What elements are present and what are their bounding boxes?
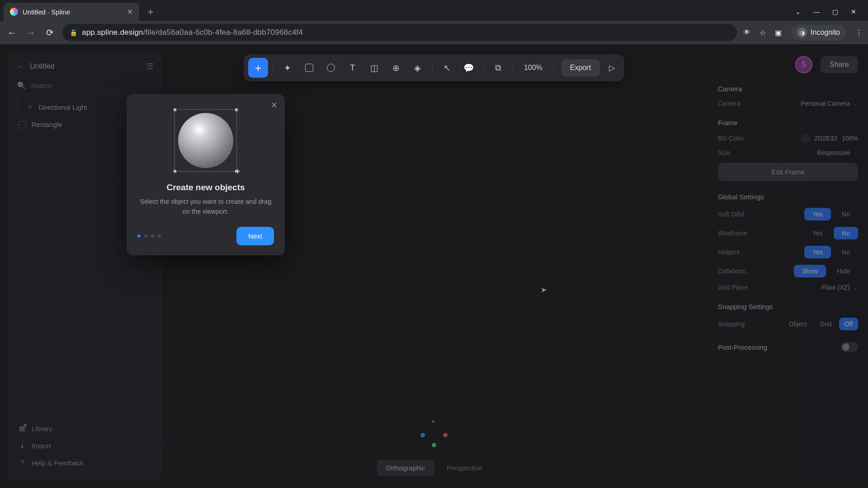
onboarding-popup: ✕ ＋ Create new objects Select the object… [127,94,285,255]
option-no[interactable]: No [834,246,858,258]
helpers-row: Helpers Yes No [718,246,858,258]
search-input[interactable] [31,82,153,89]
star-icon[interactable]: ☆ [760,28,766,37]
snapping-row: Snapping Object Grid Off [718,318,858,330]
add-object-button[interactable]: ＋ [248,58,268,78]
orthographic-option[interactable]: Orthographic [377,460,434,476]
option-show[interactable]: Show [794,265,826,277]
size-dropdown[interactable]: Responsive ⌄ [817,149,858,156]
section-title: Post-Processing [718,343,767,351]
option-off[interactable]: Off [839,318,858,330]
gizmo-axis-y [432,443,436,447]
hamburger-icon[interactable]: ☰ [146,61,154,71]
url-field[interactable]: 🔒 app.spline.design/file/da56a0aa-6c0b-4… [62,24,737,41]
snapping-section: Snapping Settings Snapping Object Grid O… [718,303,858,330]
maximize-icon[interactable]: ▢ [832,8,838,15]
edit-frame-button[interactable]: Edit Frame [718,163,858,181]
incognito-icon: ◑ [797,28,807,38]
address-bar-actions: 👁 ☆ ▣ ◑ Incognito ⋮ [743,25,863,40]
option-no[interactable]: No [834,227,858,239]
svg-line-3 [253,71,737,487]
minimize-icon[interactable]: ― [813,8,820,15]
zoom-level[interactable]: 100% [518,64,549,72]
soft-orbit-toggle: Yes No [804,208,858,221]
orientation-gizmo[interactable] [419,417,449,447]
option-object[interactable]: Object [783,318,812,330]
comment-tool[interactable]: 💬 [459,58,479,78]
collab-toggle: Show Hide [794,265,858,277]
option-yes[interactable]: Yes [804,246,831,258]
text-tool[interactable]: T [343,58,363,78]
gizmo-axis-x [443,433,448,437]
section-title: Camera [718,85,858,93]
grid-plane-dropdown[interactable]: Floor (XZ) ⌄ [821,284,858,291]
step-dot [158,235,161,238]
back-button[interactable]: ← [5,28,18,38]
step-dots [137,235,161,238]
option-no[interactable]: No [834,208,858,221]
global-settings-section: Global Settings Soft Orbit Yes No Wirefr… [718,193,858,291]
section-title: Snapping Settings [718,303,858,310]
sphere-tool[interactable]: ⊕ [386,58,406,78]
option-yes[interactable]: Yes [804,208,831,221]
close-icon[interactable]: ✕ [271,100,278,110]
export-button[interactable]: Export [561,59,600,76]
chevron-down-icon[interactable]: ⌄ [795,8,801,15]
cube-tool[interactable]: ◫ [364,58,384,78]
browser-tab[interactable]: Untitled · Spline ✕ [4,3,139,21]
document-title[interactable]: Untitled [30,62,54,70]
step-dot [144,235,147,238]
post-processing-switch[interactable] [841,342,858,352]
ellipse-tool[interactable] [321,58,341,78]
option-hide[interactable]: Hide [829,265,858,277]
rectangle-tool[interactable] [299,58,319,78]
app-root: ➤ Orthographic Perspective ← Untitled ☰ … [0,44,868,488]
main-toolbar: ＋ ✦ T ◫ ⊕ ◈ ↖ 💬 ⧉ 100% Export ▷ [244,54,624,81]
share-button[interactable]: Share [821,56,858,73]
pen-tool[interactable]: ✦ [278,58,297,78]
wireframe-row: Wireframe Yes No [718,227,858,239]
cursor-icon: ➤ [541,286,547,294]
tab-title: Untitled · Spline [23,8,123,16]
gizmo-axis-z [420,433,425,437]
camera-section: Camera Camera Personal Camera ⌄ [718,85,858,107]
snapping-toggle: Object Grid Off [783,318,858,330]
kebab-icon[interactable]: ⋮ [855,28,863,37]
eye-off-icon[interactable]: 👁 [743,28,750,37]
panel-icon[interactable]: ▣ [775,28,782,37]
frame-tool[interactable]: ⧉ [488,58,508,78]
separator [432,61,433,74]
post-processing-section: Post-Processing [718,342,858,352]
plus-cursor-icon: ＋ [233,165,242,177]
address-bar: ← → ⟳ 🔒 app.spline.design/file/da56a0aa-… [0,21,868,44]
reload-button[interactable]: ⟳ [43,27,56,38]
next-button[interactable]: Next [236,227,274,245]
new-tab-button[interactable]: ＋ [146,5,156,19]
tab-bar: Untitled · Spline ✕ ＋ ⌄ ― ▢ ✕ [0,0,868,21]
incognito-badge[interactable]: ◑ Incognito [791,25,846,40]
layer-search[interactable]: 🔍 [8,78,162,94]
tag-tool[interactable]: ◈ [408,58,428,78]
forward-button[interactable]: → [24,28,37,38]
user-avatar[interactable]: S [795,56,812,73]
onboarding-title: Create new objects [137,183,274,192]
cursor-tool[interactable]: ↖ [437,58,457,78]
close-window-icon[interactable]: ✕ [851,8,856,15]
chevron-down-icon: ⌄ [854,284,858,291]
library-button[interactable]: ▦ Library [13,420,157,437]
chevron-down-icon: ⌄ [854,100,858,107]
browser-chrome: Untitled · Spline ✕ ＋ ⌄ ― ▢ ✕ ← → ⟳ 🔒 ap… [0,0,868,44]
search-icon: 🔍 [17,81,26,90]
help-button[interactable]: ？ Help & Feedback [13,454,157,472]
close-icon[interactable]: ✕ [127,8,133,16]
back-arrow-icon[interactable]: ← [16,62,24,71]
bgcolor-field[interactable]: 2D2E32 100% [801,134,858,143]
play-button[interactable]: ▷ [604,63,620,73]
import-button[interactable]: ⤓ Import [13,437,157,454]
left-header: ← Untitled ☰ [8,59,162,78]
incognito-label: Incognito [811,28,840,37]
perspective-option[interactable]: Perspective [438,460,491,476]
option-yes[interactable]: Yes [804,227,831,239]
option-grid[interactable]: Grid [814,318,837,330]
camera-dropdown[interactable]: Personal Camera ⌄ [801,100,858,107]
